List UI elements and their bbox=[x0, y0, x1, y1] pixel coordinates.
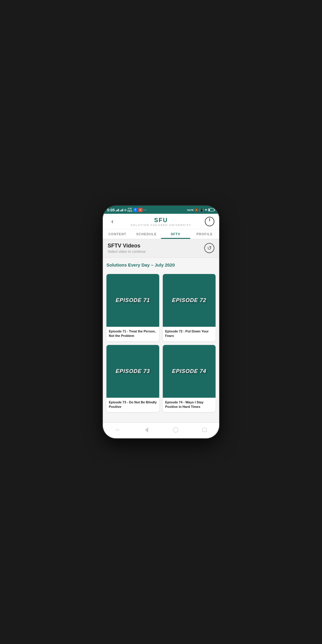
app-container: ‹ SFU SOLUTION FOCUSED UNIVERSITY CONTEN… bbox=[103, 214, 219, 438]
episode-label-ep74: EPISODE 74 bbox=[172, 368, 206, 374]
chevron-down-icon bbox=[114, 427, 121, 433]
nav-square[interactable] bbox=[200, 426, 209, 434]
video-thumbnail-ep71: EPISODE 71 bbox=[106, 274, 159, 327]
episode-label-ep73: EPISODE 73 bbox=[115, 368, 150, 374]
nav-chevron-down[interactable] bbox=[113, 426, 122, 434]
video-card-ep73[interactable]: EPISODE 73 Episode 73 - Do Not Be Blindl… bbox=[106, 345, 159, 412]
nav-tabs: CONTENT SCHEDULE SFTV PROFILE bbox=[103, 229, 219, 239]
heart-icon: ♥ bbox=[138, 208, 143, 212]
svg-point-1 bbox=[173, 428, 178, 433]
refresh-button[interactable]: ↻ bbox=[204, 243, 214, 253]
status-right: VoLTE 🔕 📳 ✦ bbox=[187, 208, 215, 212]
bluetooth-icon: ✦ bbox=[205, 208, 207, 212]
tab-profile[interactable]: PROFILE bbox=[190, 229, 219, 239]
app-subtitle: SOLUTION FOCUSED UNIVERSITY bbox=[131, 224, 191, 227]
back-button[interactable]: ‹ bbox=[108, 218, 117, 225]
tab-content[interactable]: CONTENT bbox=[103, 229, 132, 239]
power-button[interactable] bbox=[205, 217, 214, 226]
dots: ··· bbox=[143, 208, 147, 212]
signal-bars-2 bbox=[120, 208, 123, 211]
video-card-ep71[interactable]: EPISODE 71 Episode 71 - Treat the Person… bbox=[106, 274, 159, 341]
episode-label-ep71: EPISODE 71 bbox=[115, 297, 150, 304]
videos-title: SFTV Videos bbox=[108, 243, 145, 249]
mute-icon: 🔕 bbox=[194, 208, 199, 212]
video-title-ep72: Episode 72 - Put Down Your Fears bbox=[163, 327, 216, 341]
home-circle-icon bbox=[172, 427, 179, 433]
svg-rect-2 bbox=[203, 428, 207, 432]
series-title: Solutions Every Day – July 2020 bbox=[106, 262, 216, 267]
video-grid: EPISODE 71 Episode 71 - Treat the Person… bbox=[103, 274, 219, 417]
square-icon bbox=[201, 427, 208, 433]
video-title-ep71: Episode 71 - Treat the Person, Not the P… bbox=[106, 327, 159, 341]
vibrate-icon: 📳 bbox=[199, 208, 204, 212]
episode-label-ep72: EPISODE 72 bbox=[172, 297, 206, 304]
battery bbox=[208, 208, 215, 211]
nav-home[interactable] bbox=[171, 426, 180, 434]
video-title-ep74: Episode 74 - Ways I Stay Positive in Har… bbox=[163, 398, 216, 412]
video-card-ep72[interactable]: EPISODE 72 Episode 72 - Put Down Your Fe… bbox=[163, 274, 216, 341]
tab-schedule[interactable]: SCHEDULE bbox=[132, 229, 161, 239]
status-time: 5:05 bbox=[107, 208, 115, 212]
video-title-ep73: Episode 73 - Do Not Be Blindly Positive bbox=[106, 398, 159, 412]
signal-bars-1 bbox=[116, 208, 119, 211]
tab-sftv[interactable]: SFTV bbox=[161, 229, 190, 239]
nav-back[interactable] bbox=[142, 426, 151, 434]
bottom-nav bbox=[103, 422, 219, 438]
svg-marker-0 bbox=[145, 428, 148, 432]
video-thumbnail-ep72: EPISODE 72 bbox=[163, 274, 216, 327]
status-bar: 5:05 ⊙ 0.51KB/S f ♥ ··· VoLTE 🔕 📳 bbox=[103, 206, 219, 214]
videos-header: SFTV Videos Select video to continue ↻ bbox=[103, 239, 219, 258]
main-content: SFTV Videos Select video to continue ↻ S… bbox=[103, 239, 219, 422]
status-left: 5:05 ⊙ 0.51KB/S f ♥ ··· bbox=[107, 208, 147, 213]
app-header: ‹ SFU SOLUTION FOCUSED UNIVERSITY bbox=[103, 214, 219, 229]
data-speed: 0.51KB/S bbox=[127, 208, 132, 213]
video-thumbnail-ep74: EPISODE 74 bbox=[163, 345, 216, 398]
volte-icon: VoLTE bbox=[187, 209, 193, 211]
phone-frame: 5:05 ⊙ 0.51KB/S f ♥ ··· VoLTE 🔕 📳 bbox=[103, 206, 219, 438]
app-title: SFU bbox=[131, 217, 191, 224]
refresh-icon: ↻ bbox=[207, 245, 212, 251]
header-center: SFU SOLUTION FOCUSED UNIVERSITY bbox=[131, 217, 191, 227]
back-triangle-icon bbox=[143, 427, 150, 433]
videos-subtitle: Select video to continue bbox=[108, 250, 145, 254]
series-section: Solutions Every Day – July 2020 bbox=[103, 258, 219, 274]
facebook-icon: f bbox=[133, 208, 137, 212]
wifi-icon: ⊙ bbox=[124, 208, 126, 212]
videos-header-text: SFTV Videos Select video to continue bbox=[108, 243, 145, 254]
video-thumbnail-ep73: EPISODE 73 bbox=[106, 345, 159, 398]
video-card-ep74[interactable]: EPISODE 74 Episode 74 - Ways I Stay Posi… bbox=[163, 345, 216, 412]
